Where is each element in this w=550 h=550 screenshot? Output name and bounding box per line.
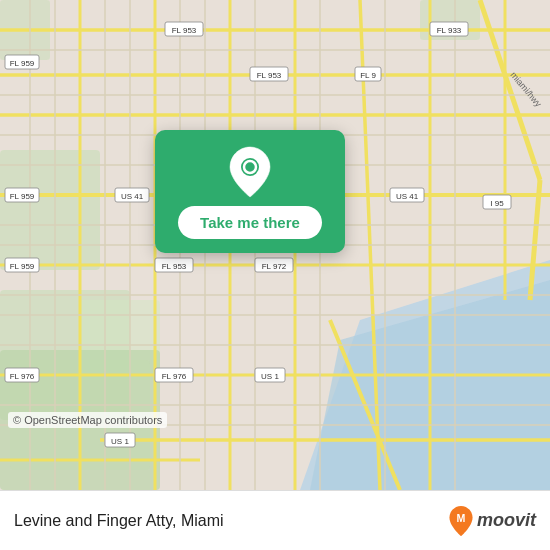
svg-text:FL 9: FL 9: [360, 71, 376, 80]
svg-text:FL 959: FL 959: [10, 59, 35, 68]
location-popup: Take me there: [155, 130, 345, 253]
map-view: FL 953 FL 933 FL 959 FL 953 FL 9 US 41 U…: [0, 0, 550, 490]
svg-text:FL 959: FL 959: [10, 262, 35, 271]
moovit-brand-name: moovit: [477, 510, 536, 531]
svg-text:US 1: US 1: [261, 372, 279, 381]
svg-text:US 41: US 41: [396, 192, 419, 201]
svg-text:US 41: US 41: [121, 192, 144, 201]
svg-text:FL 972: FL 972: [262, 262, 287, 271]
moovit-logo: M moovit: [447, 505, 536, 537]
svg-text:US 1: US 1: [111, 437, 129, 446]
svg-text:FL 953: FL 953: [172, 26, 197, 35]
svg-text:FL 976: FL 976: [10, 372, 35, 381]
svg-text:FL 953: FL 953: [257, 71, 282, 80]
svg-text:I 95: I 95: [490, 199, 504, 208]
location-pin-icon: [226, 148, 274, 196]
svg-text:FL 976: FL 976: [162, 372, 187, 381]
svg-text:FL 959: FL 959: [10, 192, 35, 201]
svg-text:FL 953: FL 953: [162, 262, 187, 271]
svg-text:FL 933: FL 933: [437, 26, 462, 35]
location-title: Levine and Finger Atty, Miami: [14, 512, 439, 530]
take-me-there-button[interactable]: Take me there: [178, 206, 322, 239]
svg-rect-3: [0, 150, 100, 270]
moovit-pin-icon: M: [447, 505, 475, 537]
svg-text:M: M: [457, 511, 466, 523]
bottom-info-bar: Levine and Finger Atty, Miami M moovit: [0, 490, 550, 550]
osm-attribution: © OpenStreetMap contributors: [8, 412, 167, 428]
